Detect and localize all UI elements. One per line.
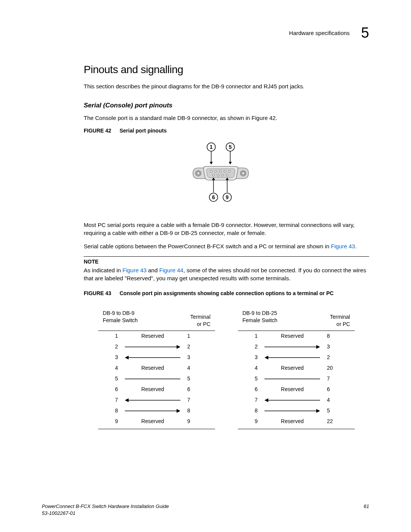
figure-title: Console port pin assignments showing cab… [119,290,333,296]
table-row: 1Reserved8 [238,331,355,342]
table-row: 9Reserved22 [238,416,355,429]
connection-arrow [124,408,181,414]
figure-label: FIGURE 43 [84,290,111,296]
page-header: Hardware specifications 5 [42,23,369,43]
svg-text:5: 5 [229,144,232,150]
svg-point-19 [222,174,224,176]
connection-arrow [124,355,181,360]
pin-left: 2 [238,342,259,352]
table-row: 23 [238,342,355,352]
pin-connection: Reserved [119,416,186,429]
pin-connection: Reserved [259,331,325,342]
table-row: 85 [238,406,355,416]
pin-left: 2 [98,342,119,352]
figure-title: Serial port pinouts [119,128,167,134]
pin-right: 8 [186,406,215,416]
pin-left: 5 [98,374,119,384]
pin-left: 8 [98,406,119,416]
pin-right: 6 [325,384,355,395]
chapter-number: 5 [361,23,369,43]
connection-arrow [264,355,321,360]
pin-right: 3 [186,352,215,363]
figure-link[interactable]: Figure 44 [159,267,183,273]
svg-marker-7 [229,162,232,165]
pin-connection [119,374,186,384]
pin-left: 1 [98,331,119,342]
pin-left: 1 [238,331,259,342]
connection-arrow [124,376,181,382]
pinout-tables: DB-9 to DB-9 Female Switch Terminal or P… [84,305,369,429]
page-number: 61 [364,503,369,517]
note-paragraph: As indicated in Figure 43 and Figure 44,… [84,266,369,282]
pin-right: 22 [325,416,355,429]
figure-link[interactable]: Figure 43 [331,243,355,249]
table-row: 74 [238,395,355,406]
figure-caption: FIGURE 43 Console port pin assignments s… [84,290,369,297]
pin-left: 7 [238,395,259,406]
pin-connection: Reserved [259,416,325,429]
table-row: 4Reserved20 [238,363,355,374]
pin-connection [259,395,325,406]
svg-point-12 [210,170,212,172]
pin-right: 1 [186,331,215,342]
table-row: 9Reserved9 [98,416,215,429]
svg-point-17 [213,174,215,176]
pin-right: 5 [325,406,355,416]
pin-right: 5 [186,374,215,384]
pin-connection [259,342,325,352]
connection-arrow [264,376,321,382]
pin-connection [259,374,325,384]
pin-connection [119,406,186,416]
pin-connection [259,352,325,363]
header-section: Hardware specifications [289,29,350,37]
svg-point-16 [229,170,231,172]
pin-right: 9 [186,416,215,429]
pin-left: 7 [98,395,119,406]
intro-paragraph: This section describes the pinout diagra… [84,82,369,90]
pin-connection: Reserved [119,384,186,395]
connection-arrow [264,398,321,403]
pin-connection: Reserved [119,363,186,374]
table-row: 55 [98,374,215,384]
pin-right: 4 [186,363,215,374]
pin-right: 6 [186,384,215,395]
section-paragraph: The Console port is a standard male DB-9… [84,114,369,122]
pin-connection: Reserved [119,331,186,342]
figure-label: FIGURE 42 [84,128,111,134]
svg-marker-37 [177,409,180,413]
figure-link[interactable]: Figure 43 [123,267,147,273]
svg-marker-5 [210,162,213,165]
svg-point-15 [224,170,226,172]
svg-point-13 [215,170,217,172]
pin-left: 5 [238,374,259,384]
pin-left: 6 [238,384,259,395]
pin-left: 4 [98,363,119,374]
pin-left: 9 [98,416,119,429]
pin-connection [119,395,186,406]
pin-right: 8 [325,331,355,342]
pin-left: 8 [238,406,259,416]
connection-arrow [264,344,321,350]
footer-doc-title: PowerConnect B-FCX Switch Hardware Insta… [42,503,169,509]
table-row: 4Reserved4 [98,363,215,374]
svg-marker-46 [316,409,320,413]
svg-text:1: 1 [210,144,213,150]
svg-point-9 [197,172,199,174]
svg-point-18 [217,174,219,176]
connection-arrow [124,344,181,350]
pin-right: 20 [325,363,355,374]
pin-connection: Reserved [259,363,325,374]
svg-marker-35 [125,398,129,402]
pin-right: 2 [186,342,215,352]
pin-right: 4 [325,395,355,406]
connection-arrow [124,398,181,403]
svg-marker-30 [177,345,180,349]
svg-point-14 [220,170,221,172]
pin-connection: Reserved [259,384,325,395]
note-divider [84,256,369,257]
svg-text:6: 6 [212,194,215,200]
svg-marker-41 [264,356,268,359]
page-footer: PowerConnect B-FCX Switch Hardware Insta… [42,503,369,517]
figure-caption: FIGURE 42 Serial port pinouts [84,127,369,135]
pin-right: 3 [325,342,355,352]
